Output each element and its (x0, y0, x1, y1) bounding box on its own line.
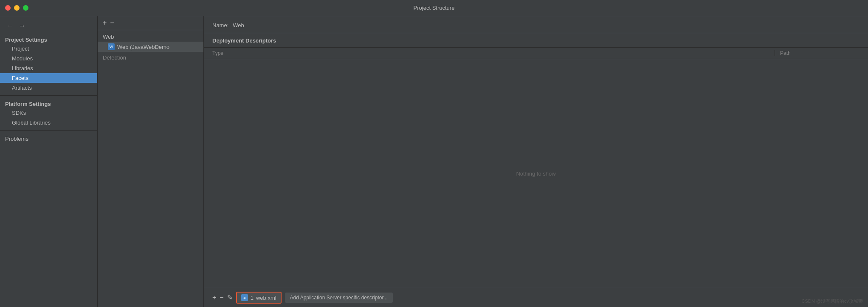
detection-label: Detection (98, 52, 203, 63)
sidebar-item-sdks[interactable]: SDKs (0, 108, 97, 118)
window-controls (5, 5, 28, 11)
sidebar: ← → Project Settings Project Modules Lib… (0, 16, 98, 307)
forward-arrow-icon[interactable]: → (17, 21, 27, 31)
tree-item-web-root-label: Web (103, 34, 114, 40)
col-type-header: Type (212, 50, 775, 56)
sidebar-item-project[interactable]: Project (0, 44, 97, 54)
minimize-button[interactable] (14, 5, 20, 11)
webxml-icon: ◈ (241, 294, 248, 301)
webxml-item[interactable]: ◈ 1 web.xml (236, 292, 282, 304)
main-layout: ← → Project Settings Project Modules Lib… (0, 16, 868, 307)
sidebar-item-artifacts[interactable]: Artifacts (0, 83, 97, 93)
sidebar-item-libraries[interactable]: Libraries (0, 63, 97, 73)
sidebar-item-facets[interactable]: Facets (0, 73, 97, 83)
tree-item-icon: W (108, 43, 115, 50)
watermark: CSDN @没有感情的cv攻城狮 (802, 298, 863, 304)
name-value: Web (233, 22, 244, 28)
sidebar-divider (0, 95, 97, 96)
close-button[interactable] (5, 5, 11, 11)
col-path-header: Path (775, 50, 860, 56)
edit-descriptor-button[interactable]: ✎ (227, 294, 233, 301)
platform-settings-label: Platform Settings (0, 98, 97, 108)
add-descriptor-button[interactable]: + (212, 294, 216, 301)
window-title: Project Structure (414, 5, 455, 11)
webxml-label: web.xml (256, 295, 276, 301)
remove-descriptor-button[interactable]: − (220, 294, 223, 301)
sidebar-item-global-libraries[interactable]: Global Libraries (0, 118, 97, 128)
tree-item-web-root[interactable]: Web (98, 32, 203, 42)
sidebar-nav-row: ← → (0, 20, 97, 34)
add-facet-button[interactable]: + (103, 20, 107, 26)
sidebar-item-modules[interactable]: Modules (0, 54, 97, 63)
facet-tree: Web W Web (JavaWebDemo Detection (98, 30, 203, 307)
add-app-server-descriptor-button[interactable]: Add Application Server specific descript… (285, 293, 393, 303)
back-arrow-icon[interactable]: ← (5, 21, 15, 31)
middle-toolbar: + − (98, 16, 203, 30)
sidebar-item-problems[interactable]: Problems (0, 133, 97, 145)
remove-facet-button[interactable]: − (110, 20, 114, 26)
table-header: Type Path (204, 48, 868, 59)
tree-item-web-java[interactable]: W Web (JavaWebDemo (98, 42, 203, 52)
tree-item-web-java-label: Web (JavaWebDemo (117, 44, 169, 50)
right-panel: Name: Web Deployment Descriptors Type Pa… (204, 16, 868, 307)
name-row: Name: Web (204, 16, 868, 33)
table-empty-message: Nothing to show (204, 59, 868, 288)
name-label: Name: (212, 22, 228, 28)
middle-panel: + − Web W Web (JavaWebDemo Detection (98, 16, 204, 307)
webxml-number: 1 (251, 295, 254, 301)
bottom-toolbar: + − ✎ ◈ 1 web.xml Add Application Server… (204, 288, 868, 307)
title-bar: Project Structure (0, 0, 868, 16)
project-settings-label: Project Settings (0, 34, 97, 44)
sidebar-divider-2 (0, 130, 97, 131)
deployment-descriptors-title: Deployment Descriptors (204, 33, 868, 48)
maximize-button[interactable] (23, 5, 28, 11)
